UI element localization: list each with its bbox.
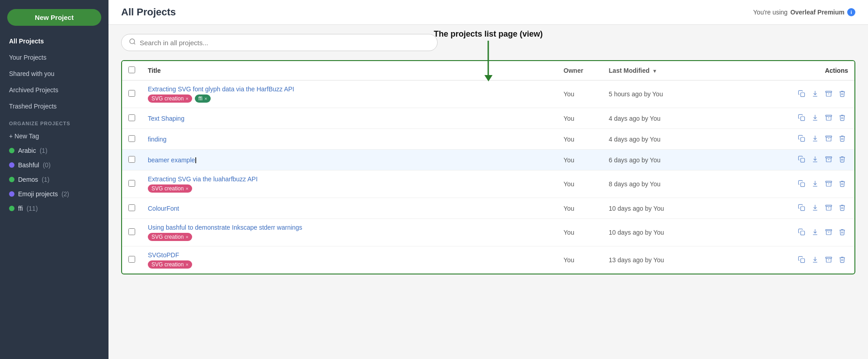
archive-button-0[interactable] [823,89,835,99]
project-link-0[interactable]: Extracting SVG font glyph data via the H… [148,85,294,93]
tags-row-4: SVG creation × [148,184,551,193]
table-row: Extracting SVG font glyph data via the H… [122,80,854,108]
sidebar-tag-ffi[interactable]: ffi (11) [0,201,108,216]
row-select-checkbox-7[interactable] [128,256,135,263]
sidebar-tag-arabic[interactable]: Arabic (1) [0,143,108,158]
delete-button-6[interactable] [836,227,848,238]
download-button-2[interactable] [809,134,821,144]
archive-button-5[interactable] [823,203,835,213]
archive-button-1[interactable] [823,113,835,123]
row-select-checkbox-1[interactable] [128,114,135,121]
search-input[interactable] [140,39,430,47]
download-button-1[interactable] [809,113,821,123]
remove-tag-icon[interactable]: × [185,96,188,101]
page-title: All Projects [121,6,176,18]
tag-badge: ffi × [195,94,211,103]
copy-button-3[interactable] [796,155,807,165]
download-button-6[interactable] [809,227,821,238]
sidebar-item-all-projects[interactable]: All Projects [0,33,108,49]
row-checkbox-1 [122,108,142,129]
row-owner-1: You [557,108,603,129]
sidebar-item-shared-with-you[interactable]: Shared with you [0,66,108,82]
select-all-header [122,61,142,80]
project-link-3[interactable]: beamer example [148,156,196,164]
copy-button-7[interactable] [796,255,807,265]
svg-rect-9 [826,136,831,137]
delete-button-0[interactable] [836,89,848,99]
copy-button-1[interactable] [796,113,807,123]
project-link-1[interactable]: Text Shaping [148,115,184,122]
archive-button-2[interactable] [823,134,835,144]
row-actions-3 [693,150,854,170]
sidebar-tag-demos[interactable]: Demos (1) [0,172,108,187]
row-select-checkbox-0[interactable] [128,90,135,97]
remove-tag-icon[interactable]: × [204,96,207,101]
copy-button-2[interactable] [796,134,807,144]
row-actions-7 [693,246,854,274]
new-project-button[interactable]: New Project [7,9,101,26]
delete-button-4[interactable] [836,179,848,189]
sidebar-item-trashed-projects[interactable]: Trashed Projects [0,98,108,114]
svg-rect-23 [801,259,805,263]
sidebar-item-your-projects[interactable]: Your Projects [0,49,108,66]
row-title-cell-1: Text Shaping [142,108,557,129]
delete-button-5[interactable] [836,203,848,213]
row-checkbox-7 [122,246,142,274]
delete-button-1[interactable] [836,113,848,123]
project-link-7[interactable]: SVGtoPDF [148,251,179,259]
row-select-checkbox-4[interactable] [128,180,135,187]
row-select-checkbox-3[interactable] [128,156,135,163]
new-tag-button[interactable]: + New Tag [0,129,108,143]
archive-button-7[interactable] [823,255,835,265]
archive-button-6[interactable] [823,227,835,238]
projects-table-wrapper: Title Owner Last Modified ▼ Actions [121,60,855,274]
actions-column-header: Actions [693,61,854,80]
premium-notice: You're using Overleaf Premium i [753,8,855,16]
copy-button-5[interactable] [796,203,807,213]
project-link-5[interactable]: ColourFont [148,205,179,212]
copy-button-0[interactable] [796,89,807,99]
row-select-checkbox-6[interactable] [128,228,135,235]
svg-rect-3 [826,91,831,92]
row-select-checkbox-2[interactable] [128,135,135,142]
sidebar-tag-emoji-projects[interactable]: Emoji projects (2) [0,187,108,201]
project-link-2[interactable]: finding [148,136,166,143]
download-button-5[interactable] [809,203,821,213]
download-button-4[interactable] [809,179,821,189]
svg-rect-14 [801,183,805,187]
row-actions-1 [693,108,854,129]
delete-button-7[interactable] [836,255,848,265]
download-button-3[interactable] [809,155,821,165]
download-button-0[interactable] [809,89,821,99]
copy-button-6[interactable] [796,227,807,238]
remove-tag-icon[interactable]: × [185,262,188,267]
row-select-checkbox-5[interactable] [128,204,135,211]
row-title-cell-3: beamer example [142,150,557,170]
row-actions-0 [693,80,854,108]
select-all-checkbox[interactable] [128,66,135,73]
info-icon[interactable]: i [847,8,855,16]
row-checkbox-0 [122,80,142,108]
project-link-4[interactable]: Extracting SVG via the luaharfbuzz API [148,175,258,183]
actions-col-label: Actions [825,67,848,74]
remove-tag-icon[interactable]: × [185,234,188,240]
main-content: All Projects You're using Overleaf Premi… [108,0,868,359]
copy-button-4[interactable] [796,179,807,189]
delete-button-3[interactable] [836,155,848,165]
archive-button-3[interactable] [823,155,835,165]
svg-rect-17 [801,207,805,211]
download-button-7[interactable] [809,255,821,265]
row-last-modified-6: 10 days ago by You [603,219,693,246]
table-row: Using bashful to demonstrate Inkscape st… [122,219,854,246]
row-owner-2: You [557,129,603,150]
remove-tag-icon[interactable]: × [185,186,188,191]
sidebar-item-archived-projects[interactable]: Archived Projects [0,82,108,98]
archive-button-4[interactable] [823,179,835,189]
last-modified-column-header[interactable]: Last Modified ▼ [603,61,693,80]
delete-button-2[interactable] [836,134,848,144]
sidebar-tag-bashful[interactable]: Bashful (0) [0,158,108,172]
svg-rect-5 [801,117,805,121]
row-actions-2 [693,129,854,150]
last-modified-col-label: Last Modified [609,67,650,74]
project-link-6[interactable]: Using bashful to demonstrate Inkscape st… [148,224,302,231]
